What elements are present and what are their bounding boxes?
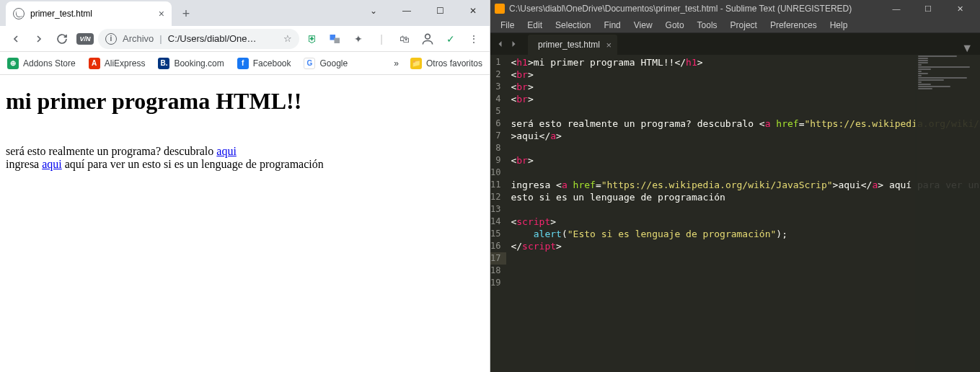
forward-button[interactable] xyxy=(29,29,49,49)
bookmark-facebook[interactable]: fFacebook xyxy=(237,58,291,69)
divider: | xyxy=(371,29,392,49)
paragraph-1: será esto realmente un programa? descubr… xyxy=(6,145,484,172)
cart-icon[interactable]: 🛍 xyxy=(394,29,415,49)
svg-point-2 xyxy=(425,34,431,39)
menu-goto[interactable]: Goto xyxy=(660,19,690,32)
reload-button[interactable] xyxy=(52,29,72,49)
line-gutter: 1 2 3 4 5 6 7 8 9 10 11 12 13 14 15 16 1… xyxy=(490,55,506,372)
bookmark-otros[interactable]: 📁Otros favoritos xyxy=(410,58,482,69)
browser-tab[interactable]: primer_test.html × xyxy=(6,1,172,26)
back-button[interactable] xyxy=(6,29,26,49)
bookmark-google[interactable]: GGoogle xyxy=(304,58,348,69)
code-content[interactable]: <h1>mi primer programa HTML!!</h1><br><b… xyxy=(506,55,980,372)
bookmarks-overflow[interactable]: » xyxy=(394,58,399,68)
sublime-titlebar: C:\Users\diabl\OneDrive\Documentos\prime… xyxy=(490,0,980,17)
tab-name: primer_test.html xyxy=(538,40,600,50)
bookmark-addons[interactable]: ⊕Addons Store xyxy=(7,58,76,69)
security-icon[interactable]: ✓ xyxy=(441,29,461,49)
sublime-logo-icon xyxy=(495,4,505,14)
sublime-menubar: File Edit Selection Find View Goto Tools… xyxy=(490,17,980,33)
minimize-button[interactable]: — xyxy=(880,4,912,14)
maximize-button[interactable]: ☐ xyxy=(423,0,456,22)
chrome-window-controls: ⌄ — ☐ ✕ xyxy=(357,0,490,22)
link-aqui-1[interactable]: aqui xyxy=(216,145,237,157)
menu-icon[interactable]: ⋮ xyxy=(464,29,484,49)
page-content: mi primer programa HTML!! será esto real… xyxy=(0,75,490,372)
sublime-window-controls: — ☐ ✕ xyxy=(880,4,976,14)
menu-tools[interactable]: Tools xyxy=(692,19,723,32)
menu-edit[interactable]: Edit xyxy=(521,19,548,32)
minimize-button[interactable]: — xyxy=(390,0,423,22)
menu-find[interactable]: Find xyxy=(598,19,626,32)
chrome-toolbar: V/N i Archivo | C:/Users/diabl/One… ☆ ⛨ … xyxy=(0,26,490,52)
tab-back-icon[interactable] xyxy=(495,38,506,50)
chrome-window: primer_test.html × + ⌄ — ☐ ✕ V/N i Archi… xyxy=(0,0,490,372)
dropdown-icon[interactable]: ⌄ xyxy=(357,0,390,22)
menu-preferences[interactable]: Preferences xyxy=(764,19,823,32)
profile-icon[interactable] xyxy=(418,29,438,49)
bookmark-booking[interactable]: B.Booking.com xyxy=(158,58,224,69)
close-button[interactable]: ✕ xyxy=(944,4,976,14)
maximize-button[interactable]: ☐ xyxy=(912,4,944,14)
info-icon[interactable]: i xyxy=(105,33,117,45)
address-url: C:/Users/diabl/One… xyxy=(168,33,278,44)
address-bar[interactable]: i Archivo | C:/Users/diabl/One… ☆ xyxy=(98,29,299,49)
globe-icon xyxy=(13,8,25,19)
puzzle-icon[interactable]: ✦ xyxy=(348,29,368,49)
bookmarks-bar: ⊕Addons Store AAliExpress B.Booking.com … xyxy=(0,52,490,75)
sublime-tabbar: primer_test.html × ▼ xyxy=(490,33,980,55)
extension-badge[interactable]: V/N xyxy=(75,29,95,49)
editor-area[interactable]: 1 2 3 4 5 6 7 8 9 10 11 12 13 14 15 16 1… xyxy=(490,55,980,372)
bookmark-aliexpress[interactable]: AAliExpress xyxy=(89,58,146,69)
menu-help[interactable]: Help xyxy=(824,19,854,32)
page-heading: mi primer programa HTML!! xyxy=(6,88,484,115)
address-label: Archivo xyxy=(123,33,154,44)
shield-icon[interactable]: ⛨ xyxy=(302,29,322,49)
close-tab-icon[interactable]: × xyxy=(606,40,612,50)
translate-icon[interactable] xyxy=(325,29,345,49)
sublime-window: C:\Users\diabl\OneDrive\Documentos\prime… xyxy=(490,0,980,372)
editor-tab[interactable]: primer_test.html × xyxy=(528,35,617,55)
minimap[interactable] xyxy=(915,55,980,372)
new-tab-button[interactable]: + xyxy=(176,4,196,24)
close-button[interactable]: ✕ xyxy=(456,0,490,22)
svg-rect-1 xyxy=(335,37,340,43)
menu-view[interactable]: View xyxy=(628,19,658,32)
tab-forward-icon[interactable] xyxy=(508,38,519,50)
sublime-title: C:\Users\diabl\OneDrive\Documentos\prime… xyxy=(509,4,852,14)
chrome-titlebar: primer_test.html × + ⌄ — ☐ ✕ xyxy=(0,0,490,26)
close-tab-icon[interactable]: × xyxy=(159,8,164,19)
menu-file[interactable]: File xyxy=(495,19,520,32)
menu-project[interactable]: Project xyxy=(725,19,763,32)
tab-dropdown-icon[interactable]: ▼ xyxy=(954,42,980,55)
star-icon[interactable]: ☆ xyxy=(283,33,292,44)
link-aqui-2[interactable]: aqui xyxy=(42,158,62,170)
menu-selection[interactable]: Selection xyxy=(549,19,596,32)
tab-title: primer_test.html xyxy=(30,9,92,19)
